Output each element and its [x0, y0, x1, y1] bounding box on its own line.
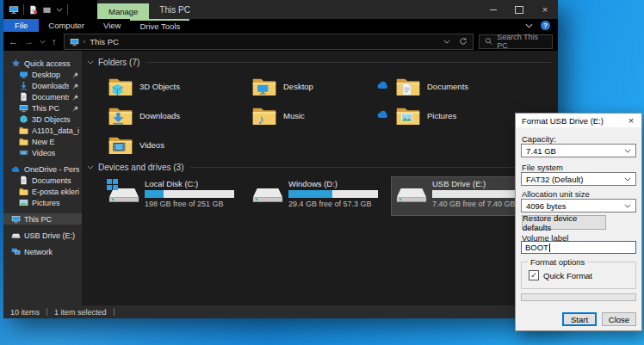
- search-placeholder: Search This PC: [497, 33, 547, 50]
- onedrive-sync-icon: [377, 109, 389, 119]
- tab-view[interactable]: View: [94, 19, 130, 32]
- drives-section-header[interactable]: Devices and drives (3): [85, 159, 558, 175]
- folder-tile-pictures[interactable]: Pictures: [391, 101, 533, 130]
- downloads-icon: [19, 81, 28, 90]
- sidebar-item-pictures[interactable]: Pictures: [3, 197, 82, 208]
- folder-icon: [395, 76, 421, 97]
- manage-contextual-tab[interactable]: Manage: [97, 3, 149, 19]
- videos-icon: [19, 148, 28, 157]
- tab-computer[interactable]: Computer: [39, 19, 94, 32]
- pin-icon[interactable]: [72, 105, 79, 112]
- refresh-icon[interactable]: [459, 37, 468, 46]
- dialog-title: Format USB Drive (E:): [522, 116, 604, 126]
- back-button[interactable]: ←: [9, 36, 18, 46]
- sidebar-item-onedrive[interactable]: OneDrive - Personal: [3, 163, 82, 175]
- file-system-dropdown[interactable]: FAT32 (Default): [521, 172, 636, 186]
- restore-defaults-button[interactable]: Restore device defaults: [522, 215, 606, 230]
- quick-format-checkbox[interactable]: ✓: [529, 270, 539, 280]
- forward-button[interactable]: →: [24, 36, 34, 46]
- folders-section-header[interactable]: Folders (7): [85, 54, 558, 70]
- sidebar-item-videos[interactable]: Videos: [3, 147, 82, 158]
- properties-icon[interactable]: [28, 5, 38, 15]
- chevron-down-icon: [624, 149, 631, 153]
- start-button[interactable]: Start: [562, 312, 597, 326]
- new-folder-icon[interactable]: [42, 5, 52, 15]
- folder-tile-music[interactable]: Music: [247, 101, 391, 130]
- sidebar-item-quick-access[interactable]: Quick access: [3, 58, 82, 69]
- search-input[interactable]: Search This PC: [479, 34, 553, 49]
- sidebar-item-this-pc-pinned[interactable]: This PC: [3, 102, 82, 114]
- status-divider: [46, 308, 47, 316]
- folder-tile-documents[interactable]: Documents: [391, 71, 533, 101]
- sidebar-item-eposta-ekleri[interactable]: E-posta ekleri: [3, 186, 82, 197]
- toolbar-divider: [67, 4, 68, 15]
- tab-file[interactable]: File: [3, 19, 39, 32]
- quick-format-label: Quick Format: [543, 271, 592, 280]
- recent-locations-chevron-icon[interactable]: [40, 40, 46, 44]
- file-explorer-window: Manage This PC × File Computer View Driv…: [3, 0, 558, 318]
- sidebar-item-3d-objects[interactable]: 3D Objects: [3, 114, 82, 125]
- sidebar-item-desktop[interactable]: Desktop: [3, 69, 82, 80]
- collapse-chevron-icon[interactable]: [87, 165, 94, 169]
- sidebar-item-documents[interactable]: Documents: [3, 91, 82, 102]
- desktop-icon: [19, 70, 28, 79]
- address-dropdown-chevron-icon[interactable]: [443, 40, 450, 44]
- window-controls: ×: [480, 0, 558, 19]
- drive-tile-windows-d[interactable]: Windows (D:) 29.4 GB free of 57.3 GB: [247, 176, 383, 216]
- folder-icon: [251, 105, 277, 126]
- capacity-dropdown[interactable]: 7.41 GB: [521, 144, 636, 157]
- folder-tile-3d-objects[interactable]: 3D Objects: [103, 71, 247, 101]
- pin-icon[interactable]: [72, 71, 79, 78]
- sidebar-item-a1101-folder[interactable]: A1101_data_img_co: [3, 125, 82, 136]
- format-options-label: Format options: [528, 257, 587, 267]
- ribbon-tab-strip: File Computer View Drive Tools ?: [3, 19, 558, 32]
- sidebar-item-this-pc[interactable]: This PC: [3, 213, 82, 225]
- help-icon[interactable]: ?: [541, 21, 550, 30]
- drive-tile-usb-e[interactable]: USB Drive (E:) 7.40 GB free of 7.40 GB: [391, 176, 527, 216]
- status-divider: [114, 308, 115, 316]
- up-button[interactable]: ↑: [52, 36, 57, 46]
- item-count: 10 items: [10, 308, 40, 317]
- file-system-label: File system: [522, 163, 563, 172]
- sidebar-item-downloads[interactable]: Downloads: [3, 80, 82, 91]
- minimize-button[interactable]: [480, 0, 506, 19]
- allocation-dropdown[interactable]: 4096 bytes: [521, 199, 636, 213]
- address-bar[interactable]: › This PC: [64, 34, 474, 50]
- maximize-button[interactable]: [506, 0, 532, 19]
- capacity-bar: [288, 190, 378, 198]
- text-caret: [549, 243, 550, 252]
- capacity-label: Capacity:: [522, 134, 556, 144]
- this-pc-icon: [19, 103, 28, 113]
- collapse-chevron-icon[interactable]: [87, 60, 94, 65]
- sidebar-item-usb-drive[interactable]: USB Drive (E:): [3, 230, 82, 241]
- folder-icon: [19, 126, 28, 135]
- format-options-group: Format options ✓ Quick Format: [521, 262, 636, 289]
- volume-label-input[interactable]: BOOT: [521, 241, 636, 254]
- close-button[interactable]: Close: [602, 312, 636, 326]
- tab-drive-tools[interactable]: Drive Tools: [130, 19, 189, 32]
- folder-icon: [108, 134, 133, 156]
- folder-icon: [108, 105, 133, 126]
- folder-icon: [395, 105, 421, 126]
- qat-customize-chevron-icon[interactable]: [56, 8, 63, 12]
- folder-tile-desktop[interactable]: Desktop: [247, 71, 391, 101]
- cube-icon: [19, 114, 28, 124]
- pin-icon[interactable]: [72, 94, 79, 101]
- title-bar: Manage This PC ×: [3, 0, 558, 19]
- dialog-close-icon[interactable]: ×: [621, 114, 641, 127]
- sidebar-item-onedrive-documents[interactable]: Documents: [3, 175, 82, 186]
- sidebar-item-new-e[interactable]: New E: [3, 136, 82, 147]
- close-button[interactable]: ×: [532, 0, 558, 19]
- quick-access-toolbar: [3, 0, 97, 19]
- ribbon-collapse-chevron-icon[interactable]: [525, 23, 533, 28]
- pin-icon[interactable]: [72, 83, 79, 89]
- folder-tile-videos[interactable]: Videos: [103, 130, 247, 159]
- drive-tile-local-disk-c[interactable]: Local Disk (C:) 198 GB free of 251 GB: [103, 176, 239, 216]
- capacity-bar: [432, 190, 522, 198]
- dialog-title-bar: Format USB Drive (E:) ×: [516, 114, 641, 127]
- sidebar-item-network[interactable]: Network: [3, 246, 82, 257]
- capacity-bar: [145, 190, 234, 198]
- breadcrumb[interactable]: This PC: [90, 37, 119, 46]
- chevron-down-icon: [624, 177, 631, 182]
- folder-tile-downloads[interactable]: Downloads: [103, 101, 247, 130]
